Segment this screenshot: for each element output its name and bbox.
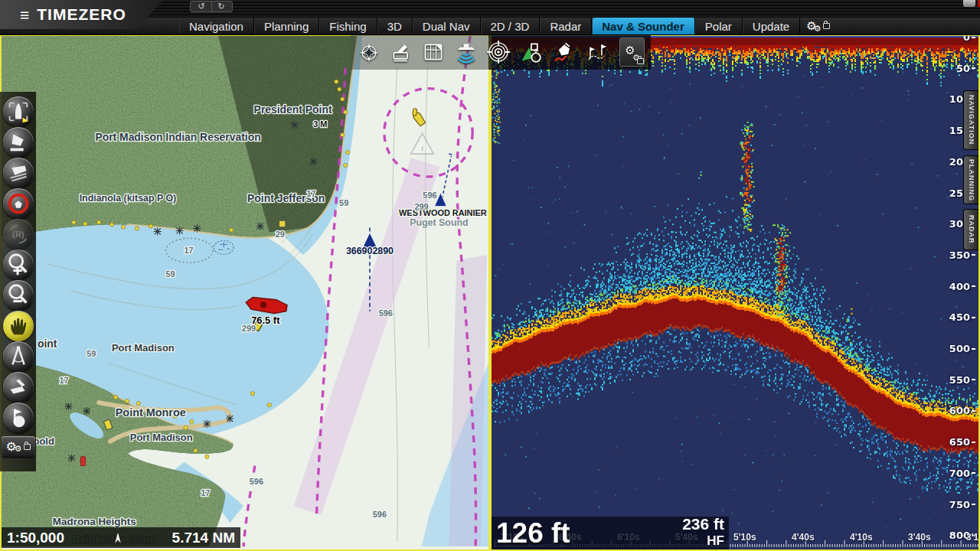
depth-scale-label: 700 xyxy=(949,468,975,479)
chart-label: 17 xyxy=(184,246,193,255)
chart-toolbar: ⚙⚙ xyxy=(351,34,651,70)
depth-scale-label: 750 xyxy=(949,499,975,510)
chart-label: Port Madison xyxy=(130,432,193,443)
depth-scale-label: 450 xyxy=(949,311,975,323)
app-logo[interactable]: ≡ TIMEZERO xyxy=(0,0,163,29)
measure-dividers-icon[interactable] xyxy=(3,341,34,372)
side-tab-planning[interactable]: PLANNING xyxy=(963,155,978,204)
time-tick-label: 4'40s xyxy=(792,532,815,543)
buoy-symbol xyxy=(121,225,125,229)
center-vessel-icon[interactable] xyxy=(3,96,34,127)
chart-label: 17 xyxy=(306,189,315,198)
chart-label: 596 xyxy=(379,308,393,318)
chart-label: 29 xyxy=(276,230,285,239)
menu-tab-dual-nav[interactable]: Dual Nav xyxy=(413,18,481,34)
menu-tab-update[interactable]: Update xyxy=(743,18,800,34)
app-title: TIMEZERO xyxy=(37,5,126,24)
chart-distance-value: 5.714 NM xyxy=(172,530,235,546)
menu-tab-3d[interactable]: 3D xyxy=(377,18,413,34)
rock-symbol xyxy=(226,415,234,422)
buoy-symbol xyxy=(267,403,271,407)
minimize-button[interactable] xyxy=(963,0,975,7)
buoy-symbol xyxy=(110,223,114,227)
chart-map[interactable]: ! xyxy=(2,36,488,549)
menu-tab-polar[interactable]: Polar xyxy=(695,18,743,34)
buoy-symbol xyxy=(335,80,338,83)
undo-button[interactable]: ↺ xyxy=(192,2,211,11)
vessel-route-icon[interactable] xyxy=(3,127,34,158)
buoy-symbol xyxy=(135,227,139,230)
sounder-readout: 126 ft 236 ft HF xyxy=(492,517,729,549)
redo-button[interactable]: ↻ xyxy=(211,2,230,11)
depth-scale-label: 650 xyxy=(949,436,975,448)
chart-label: 299 xyxy=(242,324,256,333)
chart-label: oint xyxy=(38,337,57,350)
buoy-symbol xyxy=(250,392,254,396)
buoy-symbol xyxy=(341,133,345,137)
buoy-symbol xyxy=(338,87,341,91)
menu-tab-radar[interactable]: Radar xyxy=(540,18,592,34)
chart-panel[interactable]: ! xyxy=(0,34,490,551)
chart-label: 17 xyxy=(59,376,68,385)
depth-scale-label: 550 xyxy=(949,374,975,386)
goto-mark-icon[interactable] xyxy=(519,38,543,66)
depth-scale-label: 600 xyxy=(949,405,975,416)
undo-redo-group: ↺ ↻ xyxy=(190,1,233,12)
chart-label: 3 M xyxy=(313,119,327,129)
vessel-note-icon[interactable] xyxy=(3,372,34,403)
menu-tab-navigation[interactable]: Navigation xyxy=(179,18,254,34)
depth-scale-label: 0 xyxy=(963,34,975,43)
menu-tab-planning[interactable]: Planning xyxy=(254,18,319,34)
buoy-symbol xyxy=(230,228,234,232)
pan-hand-icon[interactable] xyxy=(3,311,34,341)
route-plan-icon[interactable] xyxy=(583,38,607,66)
rock-symbol xyxy=(176,227,184,235)
chart-label: 59 xyxy=(87,349,96,358)
vessel-3d-icon[interactable] xyxy=(3,158,34,188)
buoy-symbol xyxy=(125,399,129,403)
chart-view-icon[interactable] xyxy=(422,38,446,66)
mob-icon[interactable] xyxy=(3,188,34,219)
radar-target-icon[interactable] xyxy=(486,38,510,66)
chart-label: Point Monroe xyxy=(116,406,186,419)
side-tab-radar[interactable]: RADAR xyxy=(963,209,978,250)
sounder-boat-icon[interactable] xyxy=(454,38,478,66)
workspace-settings-icon[interactable]: ⚙⚙ xyxy=(806,18,829,34)
chart-label: Puget Sound xyxy=(410,217,468,228)
menu-tab-fishing[interactable]: Fishing xyxy=(319,18,377,34)
workspace-menubar: NavigationPlanningFishing3DDual Nav2D / … xyxy=(0,18,980,35)
chart-label: President Point xyxy=(254,103,332,116)
chart-label: Madrona Heights xyxy=(53,516,136,527)
sounder-echogram[interactable] xyxy=(492,36,978,549)
depth-scale-label: 350 xyxy=(949,249,975,261)
chart-label: WESTWOOD RAINIER xyxy=(399,208,487,217)
tools-sidebar: (R)⚙⚙ xyxy=(0,92,36,471)
track-boat-icon[interactable] xyxy=(551,38,575,66)
hamburger-menu-icon[interactable]: ≡ xyxy=(20,7,29,23)
north-arrow-icon xyxy=(110,530,126,546)
compass-rose-icon[interactable] xyxy=(357,38,381,66)
zoom-in-icon[interactable] xyxy=(3,249,34,280)
buoy-symbol xyxy=(97,220,101,224)
svg-text:(R): (R) xyxy=(12,230,24,239)
rock-symbol xyxy=(64,403,72,410)
buoy-symbol xyxy=(190,419,194,423)
frequency-label: HF xyxy=(682,533,724,549)
buoy-symbol xyxy=(344,110,348,114)
timezero-app: ≡ TIMEZERO ↺ ↻ NavigationPlanningFishing… xyxy=(0,0,980,551)
rock-symbol xyxy=(83,407,90,415)
waypoint-flag-icon[interactable] xyxy=(3,403,34,433)
chart-label: Indianola (kitsap P O) xyxy=(80,193,177,204)
buoy-symbol xyxy=(149,224,152,228)
sounder-panel[interactable]: 0501001502002503003504004505005506006507… xyxy=(490,34,980,551)
menu-tab-nav-sounder[interactable]: Nav & Sounder xyxy=(592,18,695,34)
auto-rotate-icon[interactable]: (R) xyxy=(3,219,34,249)
tools-gears-icon[interactable]: ⚙⚙ xyxy=(2,436,35,457)
settings-gears-icon[interactable]: ⚙⚙ xyxy=(619,37,645,67)
menu-tab-2d-3d[interactable]: 2D / 3D xyxy=(481,18,541,34)
zoom-out-icon[interactable] xyxy=(3,280,34,311)
depth-scale-label: 500 xyxy=(949,343,975,354)
annotate-icon[interactable] xyxy=(389,38,413,66)
side-tab-navigation[interactable]: NAVIGATION xyxy=(963,90,978,150)
secondary-depth-readout: 236 ft xyxy=(682,515,724,533)
